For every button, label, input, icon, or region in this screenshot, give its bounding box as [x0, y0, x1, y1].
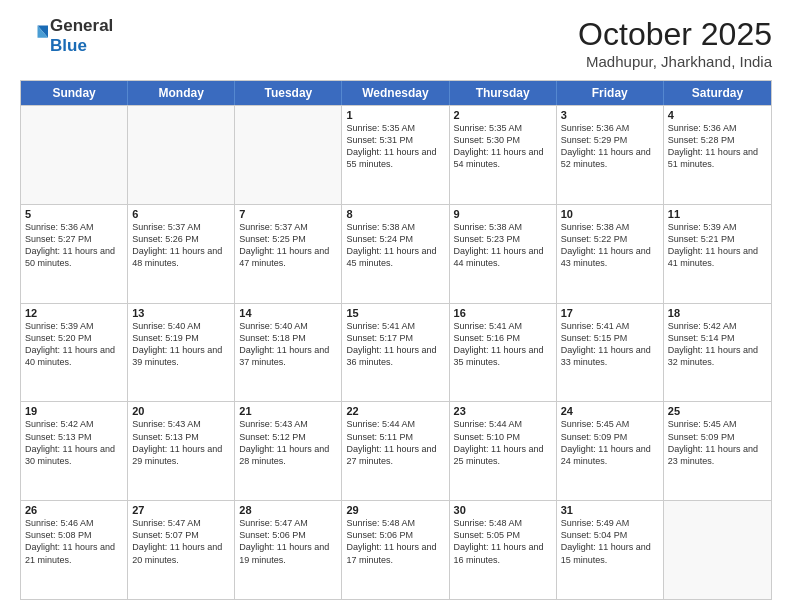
table-row: 29Sunrise: 5:48 AM Sunset: 5:06 PM Dayli…	[342, 501, 449, 599]
cell-details: Sunrise: 5:41 AM Sunset: 5:17 PM Dayligh…	[346, 320, 444, 369]
calendar-row-0: 1Sunrise: 5:35 AM Sunset: 5:31 PM Daylig…	[21, 105, 771, 204]
day-number: 13	[132, 307, 230, 319]
cell-details: Sunrise: 5:40 AM Sunset: 5:18 PM Dayligh…	[239, 320, 337, 369]
month-title: October 2025	[578, 16, 772, 53]
table-row: 26Sunrise: 5:46 AM Sunset: 5:08 PM Dayli…	[21, 501, 128, 599]
table-row: 4Sunrise: 5:36 AM Sunset: 5:28 PM Daylig…	[664, 106, 771, 204]
day-number: 18	[668, 307, 767, 319]
day-number: 16	[454, 307, 552, 319]
day-number: 29	[346, 504, 444, 516]
table-row: 16Sunrise: 5:41 AM Sunset: 5:16 PM Dayli…	[450, 304, 557, 402]
day-number: 5	[25, 208, 123, 220]
table-row: 2Sunrise: 5:35 AM Sunset: 5:30 PM Daylig…	[450, 106, 557, 204]
day-number: 2	[454, 109, 552, 121]
day-number: 21	[239, 405, 337, 417]
day-number: 11	[668, 208, 767, 220]
table-row	[235, 106, 342, 204]
cell-details: Sunrise: 5:38 AM Sunset: 5:22 PM Dayligh…	[561, 221, 659, 270]
cell-details: Sunrise: 5:42 AM Sunset: 5:13 PM Dayligh…	[25, 418, 123, 467]
table-row: 6Sunrise: 5:37 AM Sunset: 5:26 PM Daylig…	[128, 205, 235, 303]
day-number: 3	[561, 109, 659, 121]
day-number: 23	[454, 405, 552, 417]
calendar-header: SundayMondayTuesdayWednesdayThursdayFrid…	[21, 81, 771, 105]
calendar-row-4: 26Sunrise: 5:46 AM Sunset: 5:08 PM Dayli…	[21, 500, 771, 599]
location-subtitle: Madhupur, Jharkhand, India	[578, 53, 772, 70]
day-number: 27	[132, 504, 230, 516]
day-number: 12	[25, 307, 123, 319]
table-row: 17Sunrise: 5:41 AM Sunset: 5:15 PM Dayli…	[557, 304, 664, 402]
day-number: 28	[239, 504, 337, 516]
cell-details: Sunrise: 5:43 AM Sunset: 5:13 PM Dayligh…	[132, 418, 230, 467]
cell-details: Sunrise: 5:41 AM Sunset: 5:15 PM Dayligh…	[561, 320, 659, 369]
table-row: 19Sunrise: 5:42 AM Sunset: 5:13 PM Dayli…	[21, 402, 128, 500]
cell-details: Sunrise: 5:42 AM Sunset: 5:14 PM Dayligh…	[668, 320, 767, 369]
cell-details: Sunrise: 5:41 AM Sunset: 5:16 PM Dayligh…	[454, 320, 552, 369]
cell-details: Sunrise: 5:46 AM Sunset: 5:08 PM Dayligh…	[25, 517, 123, 566]
calendar-row-3: 19Sunrise: 5:42 AM Sunset: 5:13 PM Dayli…	[21, 401, 771, 500]
logo-text: General Blue	[50, 16, 113, 55]
cell-details: Sunrise: 5:37 AM Sunset: 5:26 PM Dayligh…	[132, 221, 230, 270]
cell-details: Sunrise: 5:47 AM Sunset: 5:07 PM Dayligh…	[132, 517, 230, 566]
cell-details: Sunrise: 5:48 AM Sunset: 5:05 PM Dayligh…	[454, 517, 552, 566]
table-row: 9Sunrise: 5:38 AM Sunset: 5:23 PM Daylig…	[450, 205, 557, 303]
table-row: 10Sunrise: 5:38 AM Sunset: 5:22 PM Dayli…	[557, 205, 664, 303]
cell-details: Sunrise: 5:36 AM Sunset: 5:28 PM Dayligh…	[668, 122, 767, 171]
day-number: 25	[668, 405, 767, 417]
table-row: 22Sunrise: 5:44 AM Sunset: 5:11 PM Dayli…	[342, 402, 449, 500]
day-number: 15	[346, 307, 444, 319]
cell-details: Sunrise: 5:37 AM Sunset: 5:25 PM Dayligh…	[239, 221, 337, 270]
table-row	[128, 106, 235, 204]
day-number: 19	[25, 405, 123, 417]
day-number: 1	[346, 109, 444, 121]
table-row	[21, 106, 128, 204]
table-row: 31Sunrise: 5:49 AM Sunset: 5:04 PM Dayli…	[557, 501, 664, 599]
table-row	[664, 501, 771, 599]
day-number: 31	[561, 504, 659, 516]
day-number: 4	[668, 109, 767, 121]
day-number: 14	[239, 307, 337, 319]
calendar-row-2: 12Sunrise: 5:39 AM Sunset: 5:20 PM Dayli…	[21, 303, 771, 402]
day-number: 9	[454, 208, 552, 220]
table-row: 5Sunrise: 5:36 AM Sunset: 5:27 PM Daylig…	[21, 205, 128, 303]
table-row: 3Sunrise: 5:36 AM Sunset: 5:29 PM Daylig…	[557, 106, 664, 204]
day-number: 24	[561, 405, 659, 417]
logo-general: General	[50, 16, 113, 36]
table-row: 27Sunrise: 5:47 AM Sunset: 5:07 PM Dayli…	[128, 501, 235, 599]
cell-details: Sunrise: 5:35 AM Sunset: 5:31 PM Dayligh…	[346, 122, 444, 171]
cell-details: Sunrise: 5:48 AM Sunset: 5:06 PM Dayligh…	[346, 517, 444, 566]
table-row: 13Sunrise: 5:40 AM Sunset: 5:19 PM Dayli…	[128, 304, 235, 402]
cell-details: Sunrise: 5:39 AM Sunset: 5:20 PM Dayligh…	[25, 320, 123, 369]
cell-details: Sunrise: 5:49 AM Sunset: 5:04 PM Dayligh…	[561, 517, 659, 566]
table-row: 21Sunrise: 5:43 AM Sunset: 5:12 PM Dayli…	[235, 402, 342, 500]
table-row: 25Sunrise: 5:45 AM Sunset: 5:09 PM Dayli…	[664, 402, 771, 500]
cell-details: Sunrise: 5:44 AM Sunset: 5:10 PM Dayligh…	[454, 418, 552, 467]
header-day-wednesday: Wednesday	[342, 81, 449, 105]
calendar-body: 1Sunrise: 5:35 AM Sunset: 5:31 PM Daylig…	[21, 105, 771, 599]
table-row: 7Sunrise: 5:37 AM Sunset: 5:25 PM Daylig…	[235, 205, 342, 303]
day-number: 20	[132, 405, 230, 417]
day-number: 8	[346, 208, 444, 220]
day-number: 22	[346, 405, 444, 417]
header-day-tuesday: Tuesday	[235, 81, 342, 105]
table-row: 1Sunrise: 5:35 AM Sunset: 5:31 PM Daylig…	[342, 106, 449, 204]
logo-icon	[20, 22, 48, 50]
table-row: 18Sunrise: 5:42 AM Sunset: 5:14 PM Dayli…	[664, 304, 771, 402]
cell-details: Sunrise: 5:40 AM Sunset: 5:19 PM Dayligh…	[132, 320, 230, 369]
cell-details: Sunrise: 5:45 AM Sunset: 5:09 PM Dayligh…	[561, 418, 659, 467]
cell-details: Sunrise: 5:36 AM Sunset: 5:27 PM Dayligh…	[25, 221, 123, 270]
cell-details: Sunrise: 5:36 AM Sunset: 5:29 PM Dayligh…	[561, 122, 659, 171]
cell-details: Sunrise: 5:38 AM Sunset: 5:24 PM Dayligh…	[346, 221, 444, 270]
logo: General Blue	[20, 16, 113, 55]
calendar: SundayMondayTuesdayWednesdayThursdayFrid…	[20, 80, 772, 600]
calendar-row-1: 5Sunrise: 5:36 AM Sunset: 5:27 PM Daylig…	[21, 204, 771, 303]
table-row: 14Sunrise: 5:40 AM Sunset: 5:18 PM Dayli…	[235, 304, 342, 402]
day-number: 10	[561, 208, 659, 220]
cell-details: Sunrise: 5:35 AM Sunset: 5:30 PM Dayligh…	[454, 122, 552, 171]
day-number: 17	[561, 307, 659, 319]
header-day-sunday: Sunday	[21, 81, 128, 105]
header-day-thursday: Thursday	[450, 81, 557, 105]
cell-details: Sunrise: 5:47 AM Sunset: 5:06 PM Dayligh…	[239, 517, 337, 566]
day-number: 30	[454, 504, 552, 516]
header: General Blue October 2025 Madhupur, Jhar…	[20, 16, 772, 70]
cell-details: Sunrise: 5:39 AM Sunset: 5:21 PM Dayligh…	[668, 221, 767, 270]
